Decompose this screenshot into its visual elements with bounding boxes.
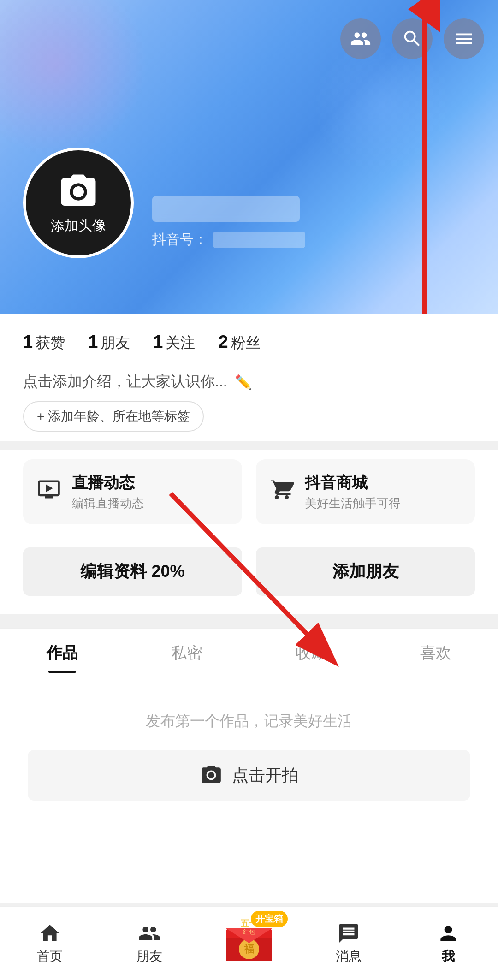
menu-icon-btn[interactable] (444, 18, 484, 59)
avatar-area: 添加头像 抖音号： (23, 148, 305, 258)
live-card[interactable]: 直播动态 编辑直播动态 (23, 459, 242, 524)
shoot-label: 点击开拍 (232, 764, 298, 787)
shop-card[interactable]: 抖音商城 美好生活触手可得 (256, 459, 475, 524)
feature-cards: 直播动态 编辑直播动态 抖音商城 美好生活触手可得 (0, 450, 498, 538)
username-blur (152, 196, 300, 222)
bio-text-row[interactable]: 点击添加介绍，让大家认识你... ✏️ (23, 372, 475, 392)
stat-num-huozan: 1 (23, 332, 33, 352)
nav-me[interactable]: 我 (416, 922, 480, 965)
bio-edit-icon[interactable]: ✏️ (235, 374, 252, 390)
messages-icon (337, 922, 360, 945)
nav-hongbao[interactable]: 福 五一 红包 开宝箱 (217, 915, 281, 973)
live-card-text: 直播动态 编辑直播动态 (72, 472, 144, 511)
shop-card-text: 抖音商城 美好生活触手可得 (305, 472, 401, 511)
avatar-label: 添加头像 (51, 216, 106, 235)
nav-home-label: 首页 (37, 948, 63, 965)
add-tag-button[interactable]: + 添加年龄、所在地等标签 (23, 401, 204, 432)
stat-label-fensi: 粉丝 (231, 333, 261, 353)
profile-nav-icon (437, 922, 460, 945)
stat-label-pengyou: 朋友 (101, 333, 130, 353)
tab-zuopin[interactable]: 作品 (0, 629, 125, 673)
tab-simi[interactable]: 私密 (125, 629, 249, 673)
stat-num-guanzhu: 1 (153, 332, 163, 352)
profile-header: 添加头像 抖音号： (0, 0, 498, 314)
stat-label-huozan: 获赞 (36, 333, 65, 353)
search-icon-btn[interactable] (392, 18, 433, 59)
tab-xihuan-label: 喜欢 (420, 644, 451, 661)
bio-area: 点击添加介绍，让大家认识你... ✏️ + 添加年龄、所在地等标签 (0, 367, 498, 441)
empty-text: 发布第一个作品，记录美好生活 (146, 711, 352, 731)
nav-home[interactable]: 首页 (18, 922, 82, 965)
hamburger-icon (453, 28, 474, 49)
tab-xihuan[interactable]: 喜欢 (374, 629, 498, 673)
live-card-title: 直播动态 (72, 472, 144, 493)
nav-me-label: 我 (442, 948, 455, 965)
tab-shoucang-label: 收藏 (296, 644, 327, 661)
nav-friends[interactable]: 朋友 (117, 922, 182, 965)
divider-1 (0, 441, 498, 450)
svg-text:红包: 红包 (243, 928, 255, 935)
camera-shoot-icon (200, 764, 223, 787)
nav-messages[interactable]: 消息 (316, 922, 381, 965)
shop-icon (270, 477, 294, 506)
svg-text:福: 福 (243, 943, 254, 955)
stat-guanzhu[interactable]: 1 关注 (153, 332, 195, 353)
nav-friends-label: 朋友 (136, 948, 162, 965)
douyin-id-label: 抖音号： (152, 230, 208, 249)
shoot-button[interactable]: 点击开拍 (28, 750, 470, 801)
stats-bar: 1 获赞 1 朋友 1 关注 2 粉丝 (0, 314, 498, 367)
edit-profile-button[interactable]: 编辑资料 20% (23, 547, 242, 596)
douyin-id-blur (213, 232, 305, 248)
douyin-id-row: 抖音号： (152, 230, 305, 249)
shop-card-sub: 美好生活触手可得 (305, 495, 401, 511)
live-icon (37, 477, 61, 506)
tab-simi-label: 私密 (171, 644, 202, 661)
add-friend-button[interactable]: 添加朋友 (256, 547, 475, 596)
bottom-nav: 首页 朋友 福 五一 红包 开宝箱 (0, 906, 498, 980)
divider-2 (0, 614, 498, 624)
stat-huozan[interactable]: 1 获赞 (23, 332, 65, 353)
hongbao-badge: 开宝箱 (251, 911, 288, 927)
tab-zuopin-label: 作品 (47, 644, 78, 661)
action-buttons: 编辑资料 20% 添加朋友 (0, 538, 498, 614)
tabs-bar: 作品 私密 收藏 喜欢 (0, 628, 498, 673)
nav-messages-label: 消息 (336, 948, 362, 965)
avatar-circle[interactable]: 添加头像 (23, 148, 134, 258)
add-tag-label: + 添加年龄、所在地等标签 (37, 408, 190, 425)
home-icon (38, 922, 61, 945)
tab-shoucang[interactable]: 收藏 (249, 629, 374, 673)
camera-icon (58, 171, 99, 213)
friends-icon-btn[interactable] (340, 18, 381, 59)
username-area: 抖音号： (152, 196, 305, 258)
friends-icon (350, 28, 371, 49)
top-icons (340, 18, 484, 59)
stat-num-fensi: 2 (218, 332, 228, 352)
stat-fensi[interactable]: 2 粉丝 (218, 332, 260, 353)
shop-card-title: 抖音商城 (305, 472, 401, 493)
stat-pengyou[interactable]: 1 朋友 (88, 332, 130, 353)
content-area: 发布第一个作品，记录美好生活 点击开拍 (0, 673, 498, 903)
search-icon (402, 28, 423, 49)
live-card-sub: 编辑直播动态 (72, 495, 144, 511)
friends-nav-icon (138, 922, 161, 945)
stat-label-guanzhu: 关注 (166, 333, 195, 353)
bio-text: 点击添加介绍，让大家认识你... (23, 372, 227, 392)
stat-num-pengyou: 1 (88, 332, 98, 352)
